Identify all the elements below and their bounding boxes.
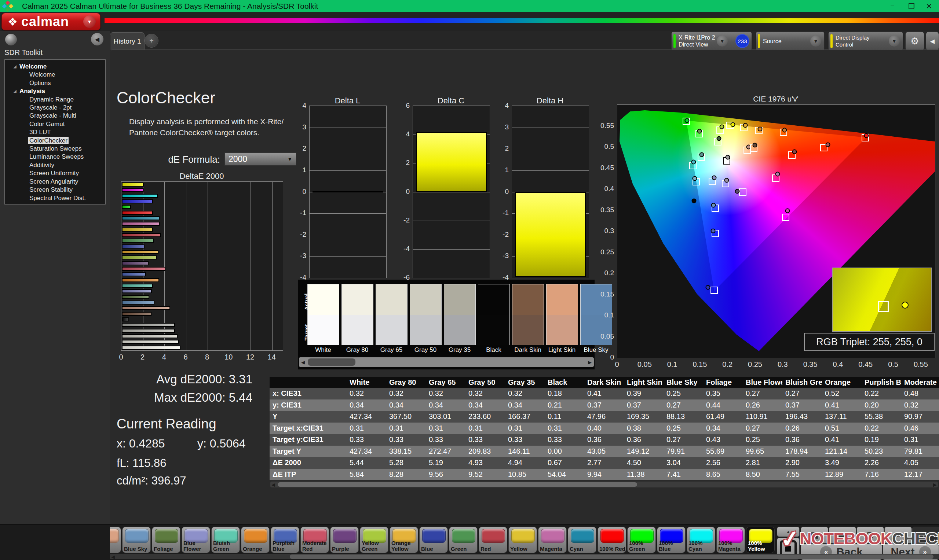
scroll-left-icon[interactable]: ◀ [270,482,276,488]
calman-menu-button[interactable]: ❖ calman ▼ [2,13,100,31]
expand-toolbar-button[interactable]: ▲ [777,527,800,537]
patch-button-orange-yellow[interactable]: Orange Yellow [390,527,418,553]
tree-expander-icon[interactable]: ◢ [14,87,17,95]
sidebar-item-colorchecker[interactable]: ColorChecker [5,137,105,145]
sidebar-item-options[interactable]: Options [5,79,105,87]
minimize-button[interactable]: − [884,0,901,12]
source-dropdown[interactable]: Source ▼ [756,32,825,51]
sidebar-item-luminance-sweeps[interactable]: Luminance Sweeps [5,153,105,161]
add-tab-button[interactable]: + [145,34,159,48]
patch-button-yellow-green[interactable]: Yellow Green [360,527,389,553]
patch-button-100-yellow[interactable]: 100% Yellow [746,527,775,553]
sidebar-item-grayscale-2pt[interactable]: Grayscale - 2pt [5,104,105,112]
table-row-label: Target Y [270,446,347,457]
patch-button-light-skin[interactable]: Light Skin [110,527,121,553]
transport-button-0[interactable]: ▦ [801,527,828,543]
delta-gridline [310,256,386,257]
swatch-gray-65[interactable] [376,284,407,345]
table-scrollbar[interactable]: ◀ ▶ [270,482,938,488]
tree-expander-icon[interactable]: ◢ [14,63,17,71]
table-column-header: Gray 35 [505,377,545,388]
transport-button-3[interactable]: ∞ [884,527,912,543]
sidebar-item-3d-lut[interactable]: 3D LUT [5,128,105,136]
sidebar-item-screen-angularity[interactable]: Screen Angularity [5,178,105,186]
swatch-scrollbar[interactable]: ◀▶ [299,357,594,367]
calman-dropdown-icon[interactable]: ▼ [83,15,96,28]
tab-history-1[interactable]: History 1 [110,32,145,50]
swatch-black[interactable] [478,284,510,345]
close-button[interactable]: ✕ [920,0,937,12]
table-column-header: Foliage [703,377,743,388]
collapse-panel-button[interactable]: ◀ [926,32,939,51]
sidebar-collapse-button[interactable]: ◀ [91,33,103,45]
patch-button-100-cyan[interactable]: 100% Cyan [687,527,715,553]
patch-button-100-green[interactable]: 100% Green [627,527,656,553]
patch-label: Yellow [510,546,527,552]
table-cell: 0.34 [703,423,743,434]
toolbar-scroll-thumb[interactable] [290,554,933,559]
cie-y-tick-label: 0.35 [599,206,614,214]
display-control-dropdown[interactable]: Direct Display Control ▼ [828,32,903,51]
transport-button-1[interactable]: ▶ [829,527,856,543]
toolbar-scrollbar[interactable]: ◀ [110,554,939,559]
sidebar-item-saturation-sweeps[interactable]: Saturation Sweeps [5,145,105,153]
maximize-button[interactable]: ❐ [903,0,920,12]
sidebar-item-grayscale-multi[interactable]: Grayscale - Multi [5,112,105,120]
patch-button-100-magenta[interactable]: 100% Magenta [716,527,745,553]
patch-button-cyan[interactable]: Cyan [568,527,597,553]
patch-button-orange[interactable]: Orange [241,527,270,553]
swatch-scroll-thumb[interactable] [308,358,355,366]
scroll-left-icon[interactable]: ◀ [110,554,116,559]
de-formula-select[interactable]: 2000 ▼ [225,152,296,166]
tree-group-welcome[interactable]: ◢Welcome [5,63,105,71]
cie-measured-orange-2 [782,128,787,133]
patch-button-bluish-green[interactable]: Bluish Green [211,527,240,553]
scroll-right-icon[interactable]: ▶ [932,482,938,488]
fl-readout: fL: 115.86 [117,457,167,470]
swatch-white[interactable] [307,284,339,345]
sidebar-item-welcome[interactable]: Welcome [5,71,105,79]
patch-button-magenta[interactable]: Magenta [538,527,567,553]
chevron-down-icon: ▼ [717,35,728,46]
delta-value-bar [416,132,487,192]
transport-button-4[interactable]: ⟳ [912,527,939,543]
swatch-target [410,315,441,345]
patch-button-foliage[interactable]: Foliage [152,527,180,553]
table-scroll-thumb[interactable] [278,482,637,487]
patch-button-blue-flower[interactable]: Blue Flower [182,527,210,553]
patch-button-moderate-red[interactable]: Moderate Red [301,527,329,553]
patch-button-yellow[interactable]: Yellow [508,527,537,553]
scroll-right-icon[interactable]: ▶ [586,357,593,367]
meter-count-badge[interactable]: 233 [735,34,749,48]
sidebar-status-orb[interactable] [5,34,17,45]
patch-button-blue[interactable]: Blue [419,527,448,553]
swatch-gray-35[interactable] [444,284,476,345]
transport-button-2[interactable]: ⊞ [856,527,884,543]
swatch-gray-80[interactable] [341,284,373,345]
swatch-gray-50[interactable] [410,284,442,345]
tree-group-analysis[interactable]: ◢Analysis [5,87,105,95]
sidebar-item-dynamic-range[interactable]: Dynamic Range [5,95,105,104]
sidebar-item-spectral-power-dist-[interactable]: Spectral Power Dist. [5,194,105,202]
patch-button-purplish-blue[interactable]: Purplish Blue [271,527,299,553]
patch-label: Purple [332,546,349,552]
swatch-light-skin[interactable] [546,284,578,345]
table-column-header: Bluish Green [782,377,822,388]
sidebar-item-screen-stability[interactable]: Screen Stability [5,186,105,194]
table-cell: 55.69 [703,446,743,457]
sidebar-item-color-gamut[interactable]: Color Gamut [5,120,105,128]
patch-button-green[interactable]: Green [449,527,478,553]
meter-dropdown[interactable]: X-Rite i1Pro 2Direct View ▼ 233 [671,32,752,51]
patch-button-100-blue[interactable]: 100% Blue [657,527,686,553]
settings-button[interactable]: ⚙ [905,32,924,51]
patch-button-purple[interactable]: Purple [330,527,359,553]
delta-y-tick-label: 1 [494,166,509,174]
swatch-dark-skin[interactable] [512,284,544,345]
scroll-left-icon[interactable]: ◀ [300,357,306,367]
sidebar-item-additivity[interactable]: Additivity [5,161,105,169]
patch-button-100-red[interactable]: 100% Red [598,527,626,553]
sidebar-item-screen-uniformity[interactable]: Screen Uniformity [5,169,105,177]
patch-button-red[interactable]: Red [479,527,507,553]
table-cell: 137.11 [822,411,862,423]
patch-button-blue-sky[interactable]: Blue Sky [122,527,151,553]
